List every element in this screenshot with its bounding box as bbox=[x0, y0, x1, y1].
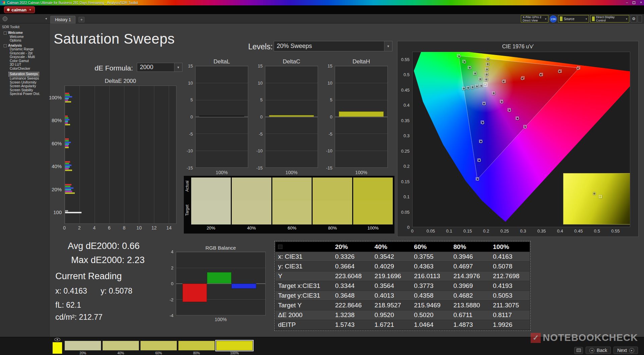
deltae-bar bbox=[65, 96, 72, 97]
cie-measured-point bbox=[486, 57, 489, 60]
chevron-down-icon: ▼ bbox=[624, 18, 629, 20]
table-value-cell: 0.3648 bbox=[332, 291, 372, 301]
workspace-options-button[interactable] bbox=[3, 16, 7, 21]
cie-x-labels: 00.050.10.150.20.250.30.350.40.450.50.55 bbox=[412, 229, 630, 234]
deltae-group-label: 80% bbox=[52, 117, 62, 123]
de-formula-value: 2000 bbox=[137, 64, 174, 71]
actual-swatch bbox=[353, 178, 393, 201]
deltae-bar-group bbox=[65, 184, 176, 194]
sidebar-item-luminance-sweeps[interactable]: Luminance Sweeps bbox=[9, 77, 49, 81]
display-control-label: Direct Display Control bbox=[596, 15, 625, 22]
sidebar-item-screen-angularity[interactable]: Screen Angularity bbox=[9, 84, 49, 88]
levels-dropdown[interactable]: 20% Sweeps ▼ bbox=[274, 41, 392, 51]
close-button[interactable]: × bbox=[640, 0, 642, 5]
cie-measured-point bbox=[479, 140, 482, 143]
actual-row-label: Actual bbox=[185, 181, 190, 192]
sidebar-item-dynamic-range[interactable]: Dynamic Range bbox=[9, 47, 49, 51]
cie-measured-point bbox=[502, 80, 505, 83]
source-label: Source bbox=[564, 17, 575, 21]
tab-history-1[interactable]: History 1 bbox=[50, 16, 75, 23]
sidebar-header: SDR Toolkit bbox=[0, 23, 49, 30]
source-selector[interactable]: Source ▼ bbox=[558, 15, 589, 22]
next-button[interactable]: Next ► bbox=[613, 347, 638, 354]
sidebar-item-grayscale-2pt[interactable]: Grayscale - 2pt bbox=[9, 51, 49, 55]
sidebar-item-colorchecker[interactable]: ColorChecker bbox=[9, 67, 49, 71]
patch-label: 80% bbox=[178, 351, 215, 355]
swatch-column-100: 100% bbox=[353, 178, 393, 232]
table-value-cell: 222.8646 bbox=[332, 301, 372, 310]
list-view-button[interactable] bbox=[574, 347, 583, 354]
back-arrow-icon: ◄ bbox=[589, 348, 594, 353]
table-value-cell: 0.4163 bbox=[490, 252, 530, 262]
table-row-label: ΔE 2000 bbox=[275, 310, 332, 320]
deltae-bar bbox=[65, 143, 69, 145]
deltae-group-label: 20% bbox=[52, 186, 62, 192]
minimize-button[interactable]: – bbox=[626, 0, 628, 5]
patch-label: 60% bbox=[140, 351, 177, 355]
table-value-cell: 213.5880 bbox=[451, 301, 490, 310]
table-row-label: x: CIE31 bbox=[275, 252, 332, 262]
table-column-header: 100% bbox=[490, 242, 530, 252]
table-row-label: Target Y bbox=[275, 301, 332, 310]
patch-40[interactable]: 40% bbox=[102, 341, 139, 355]
table-row-target-y-cie31: Target y:CIE310.36480.40130.43580.46820.… bbox=[275, 291, 530, 301]
cie-measured-point bbox=[458, 55, 461, 58]
sidebar-item-3d-lut[interactable]: 3D LUT bbox=[9, 63, 49, 67]
deltae-bar bbox=[65, 117, 68, 118]
table-value-cell: 0.3755 bbox=[411, 252, 451, 262]
sidebar-item-options[interactable]: Options bbox=[9, 39, 49, 43]
sidebar-item-grayscale-multi[interactable]: Grayscale - Multi bbox=[9, 55, 49, 59]
more-options-button[interactable] bbox=[638, 15, 642, 22]
sidebar-item-screen-stability[interactable]: Screen Stability bbox=[9, 88, 49, 92]
deltae-bar bbox=[65, 99, 68, 101]
sidebar-item-screen-uniformity[interactable]: Screen Uniformity bbox=[9, 81, 49, 85]
meter-selector[interactable]: X-Rite i1Pro 2 Direct View ▼ bbox=[521, 15, 548, 22]
swatch-columns: 20%40%60%80%100% bbox=[191, 178, 393, 232]
back-button[interactable]: ◄ Back bbox=[586, 347, 611, 354]
sidebar-item-saturation-sweeps[interactable]: Saturation Sweeps bbox=[9, 72, 39, 76]
deltae-bar bbox=[65, 93, 69, 94]
maximize-button[interactable] bbox=[633, 1, 635, 4]
meter-count-badge[interactable]: 236 bbox=[550, 15, 557, 22]
deltae-bar bbox=[65, 193, 75, 194]
deltae-y-labels: 100%80%60%40%20%100 bbox=[50, 86, 63, 224]
deltae-bar bbox=[65, 189, 71, 191]
target-row-label: Target bbox=[185, 205, 190, 216]
eye-icon bbox=[54, 338, 60, 341]
deltae-bar bbox=[65, 188, 73, 189]
de-formula-dropdown[interactable]: 2000 ▼ bbox=[137, 63, 182, 72]
table-value-cell: 1.4873 bbox=[451, 320, 490, 330]
table-value-cell: 0.3664 bbox=[332, 262, 372, 271]
deltal-chart-title: DeltaL bbox=[195, 58, 248, 65]
sidebar-item-welcome[interactable]: Welcome bbox=[3, 31, 49, 35]
main-content: Saturation Sweeps Levels: 20% Sweeps ▼ d… bbox=[50, 23, 644, 337]
rgb_balance-bar bbox=[207, 272, 231, 284]
chevron-down-icon: ▼ bbox=[384, 41, 392, 51]
patch-80[interactable]: 80% bbox=[178, 341, 215, 355]
table-value-cell: 0.3326 bbox=[332, 252, 372, 262]
patch-20[interactable]: 20% bbox=[64, 341, 101, 355]
results-table-head: 20%40%60%80%100% bbox=[275, 242, 530, 252]
table-value-cell: 1.0464 bbox=[411, 320, 451, 330]
rgb-balance-chart: RGB Balance 420-2-4 100% bbox=[176, 245, 266, 325]
swatch-column-60: 60% bbox=[272, 178, 312, 232]
cie-measured-point bbox=[474, 72, 477, 75]
results-table: 20%40%60%80%100% x: CIE310.33260.35420.3… bbox=[274, 241, 531, 331]
patch-100[interactable]: 100% bbox=[216, 341, 253, 355]
table-value-cell: 0.3564 bbox=[372, 281, 412, 291]
cie-measured-point bbox=[485, 73, 488, 76]
sidebar-item-welcome[interactable]: Welcome bbox=[9, 35, 49, 39]
settings-gear-button[interactable]: ⚙ bbox=[631, 15, 637, 22]
sidebar-item-color-gamut[interactable]: Color Gamut bbox=[9, 59, 49, 63]
sidebar-item-analysis[interactable]: Analysis bbox=[3, 44, 49, 48]
patch-60[interactable]: 60% bbox=[140, 341, 177, 355]
sidebar-collapse-icon[interactable]: ◄ bbox=[44, 16, 48, 21]
table-value-cell: 215.9469 bbox=[411, 301, 451, 310]
cie-measured-point bbox=[486, 63, 489, 66]
deltaL-bar bbox=[199, 116, 244, 117]
sidebar-item-spectral-power-dist[interactable]: Spectral Power Dist. bbox=[9, 92, 49, 96]
next-label: Next bbox=[617, 348, 627, 353]
display-control-selector[interactable]: Direct Display Control ▼ bbox=[590, 15, 629, 22]
calman-logo-button[interactable]: ✱ calman ▼ bbox=[4, 6, 35, 13]
add-tab-button[interactable]: + bbox=[78, 17, 85, 22]
